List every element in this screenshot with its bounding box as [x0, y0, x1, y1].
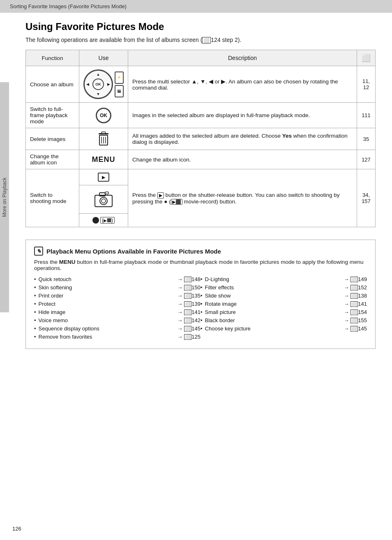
row5-function: Switch to shooting mode [26, 169, 79, 227]
row1-use: OK ▲ ▼ ◀ ▶ ⚡ 🎬 [79, 66, 128, 103]
page-number: 126 [12, 526, 21, 532]
multi-selector-icon: OK ▲ ▼ ◀ ▶ [83, 69, 113, 99]
subtitle-book-icon: ⬜ [202, 37, 211, 44]
row1-function: Choose an album [26, 66, 79, 103]
row2-description: Images in the selected album are display… [128, 103, 357, 128]
list-item: Filter effects → ⬜152 [201, 284, 367, 291]
list-item: Protect → ⬜139 [34, 301, 201, 307]
row4-use: MENU [79, 150, 128, 169]
top-bar: Sorting Favorite Images (Favorite Pictur… [0, 0, 392, 13]
bullet-col-1: Quick retouch → ⬜148 Skin softening → ⬜1… [34, 276, 201, 342]
top-bar-label: Sorting Favorite Images (Favorite Pictur… [10, 3, 127, 9]
bullet-columns: Quick retouch → ⬜148 Skin softening → ⬜1… [34, 276, 367, 342]
function-table: Function Use Description ⬜ Choose an alb… [25, 50, 376, 227]
arrow-top-icon: ▲ [97, 72, 100, 76]
menu-button-icon: MENU [92, 155, 115, 164]
table-row: Choose an album OK ▲ ▼ ◀ ▶ ⚡ � [26, 66, 376, 103]
row2-function: Switch to full-frame playback mode [26, 103, 79, 128]
shutter-button-icon [94, 190, 113, 208]
ok-button-icon: OK [96, 108, 111, 123]
list-item: Rotate image → ⬜141 [201, 301, 367, 307]
svg-point-9 [101, 199, 106, 203]
table-row: Change the album icon MENU Change the al… [26, 150, 376, 169]
note-title-text: Playback Menu Options Available in Favor… [46, 248, 221, 255]
list-item: Voice memo → ⬜142 [34, 317, 201, 323]
row5-description: Press the ▶ button or the shutter-releas… [128, 169, 357, 227]
table-row: Delete images [26, 128, 376, 150]
svg-rect-1 [101, 132, 106, 134]
bullet-col-2: D-Lighting → ⬜149 Filter effects → ⬜152 … [201, 276, 367, 342]
note-section: ✎ Playback Menu Options Available in Fav… [25, 240, 376, 349]
th-book: ⬜ [357, 50, 376, 66]
row1-ref: 11, 12 [357, 66, 376, 103]
list-item: Slide show → ⬜138 [201, 293, 367, 299]
th-function: Function [26, 50, 79, 66]
page-subtitle: The following operations are available f… [25, 37, 376, 43]
list-item: D-Lighting → ⬜149 [201, 276, 367, 282]
row2-use: OK [79, 103, 128, 128]
th-description: Description [128, 50, 357, 66]
list-item: Skin softening → ⬜150 [34, 284, 201, 291]
movie-record-button-icon: (▶⬛) [92, 217, 115, 224]
trash-icon [97, 132, 110, 146]
list-item: Choose key picture → ⬜145 [201, 325, 367, 332]
row1-description: Press the multi selector ▲, ▼, ◀ or ▶. A… [128, 66, 357, 103]
sidebar-label: More on Playback [2, 178, 7, 217]
row5-use: ▶ [79, 169, 128, 227]
sidebar-strip: More on Playback [0, 82, 9, 312]
subtitle-text: The following operations are available f… [25, 37, 202, 43]
row4-function: Change the album icon [26, 150, 79, 169]
list-item: Hide image → ⬜141 [34, 309, 201, 315]
table-row: Switch to shooting mode ▶ [26, 169, 376, 227]
playback-button-icon: ▶ [98, 173, 109, 182]
list-item: Small picture → ⬜154 [201, 309, 367, 315]
list-item: Remove from favorites → ⬜125 [34, 334, 201, 340]
row3-ref: 35 [357, 128, 376, 150]
row4-ref: 127 [357, 150, 376, 169]
row2-ref: 111 [357, 103, 376, 128]
svg-point-8 [100, 197, 107, 205]
arrow-bottom-icon: ▼ [97, 92, 100, 96]
row3-use [79, 128, 128, 150]
row4-description: Change the album icon. [128, 150, 357, 169]
subtitle-ref: 124 step 2). [211, 37, 241, 43]
table-row: Switch to full-frame playback mode OK Im… [26, 103, 376, 128]
list-item: Quick retouch → ⬜148 [34, 276, 201, 282]
arrow-left-icon: ◀ [86, 82, 89, 86]
arrow-right-icon: ▶ [107, 82, 110, 86]
row3-description: All images added to the selected album a… [128, 128, 357, 150]
list-item: Black border → ⬜155 [201, 317, 367, 323]
side-icon-bottom: 🎬 [115, 85, 124, 97]
list-item: Print order → ⬜135 [34, 293, 201, 299]
list-item: Sequence display options → ⬜145 [34, 325, 201, 332]
note-body: Press the MENU button in full-frame play… [34, 259, 367, 271]
row5-ref: 34, 157 [357, 169, 376, 227]
side-icon-top: ⚡ [115, 72, 124, 84]
row3-function: Delete images [26, 128, 79, 150]
page-title: Using Favorite Pictures Mode [25, 21, 376, 32]
note-icon: ✎ [34, 247, 43, 256]
note-title: ✎ Playback Menu Options Available in Fav… [34, 247, 367, 256]
svg-rect-10 [105, 192, 108, 194]
th-use: Use [79, 50, 128, 66]
